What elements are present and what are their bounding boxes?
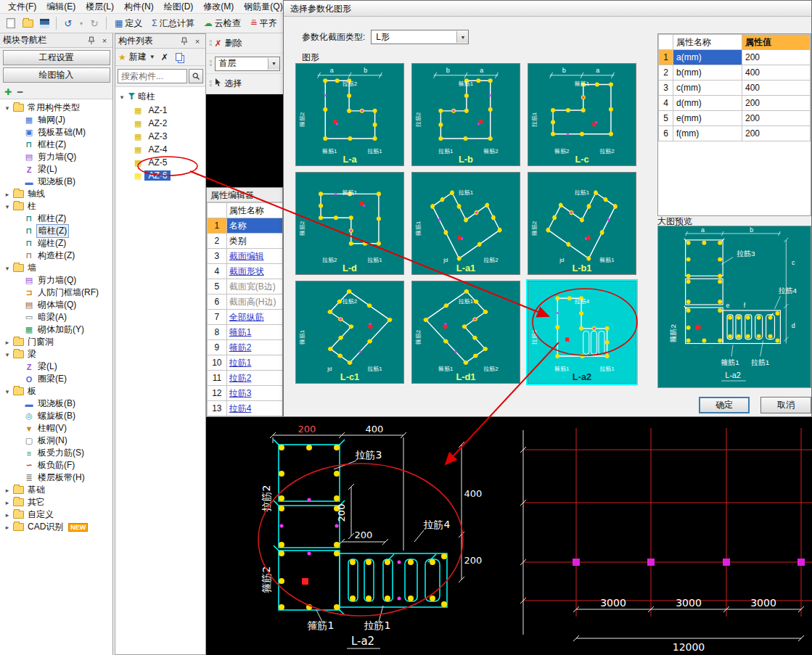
align-button[interactable]: ≞平齐 (247, 17, 281, 30)
nav-item[interactable]: Z梁(L) (0, 163, 112, 176)
pin-icon[interactable] (179, 36, 189, 46)
grip-handle[interactable]: ⁞⁞ (209, 39, 212, 47)
tree-arrow-icon[interactable]: ▾ (4, 388, 11, 395)
component-item-AZ-1[interactable]: ▦AZ-1 (115, 104, 205, 117)
prop-value-cell[interactable]: 400 (742, 65, 811, 81)
prop-value-cell[interactable]: 200 (742, 126, 811, 141)
property-row-拉筋1[interactable]: 10拉筋1 (208, 355, 284, 371)
property-row-箍筋2[interactable]: 9箍筋2 (208, 340, 284, 355)
collapse-all-icon[interactable]: ━ (17, 88, 22, 96)
nav-item[interactable]: ⊓端柱(Z) (0, 237, 112, 250)
new-file-icon[interactable] (4, 16, 18, 30)
define-button[interactable]: ▦定义 (111, 17, 146, 30)
nav-item[interactable]: ⊓暗柱(Z) (0, 225, 112, 237)
floor-combobox[interactable]: 首层 ▼ (215, 57, 280, 71)
save-icon[interactable] (37, 16, 52, 30)
open-file-icon[interactable] (20, 16, 35, 30)
prop-value-cell[interactable]: 200 (742, 50, 811, 65)
component-group-anzhu[interactable]: ▾ 暗柱 (115, 90, 205, 104)
nav-item[interactable]: ◎螺旋板(B) (0, 410, 112, 422)
component-item-AZ-6[interactable]: ▦AZ-6 (115, 169, 205, 182)
menu-item-文件(F)[interactable]: 文件(F) (3, 0, 41, 15)
nav-item[interactable]: ▬现浇板(B) (0, 397, 112, 410)
thumbnail-L-b[interactable]: ba拉筋2箍筋1拉筋1箍筋2L-b (411, 63, 520, 166)
tree-arrow-icon[interactable]: ▾ (4, 265, 11, 272)
prop-value-cell[interactable]: 200 (742, 96, 811, 111)
prop-value-cell[interactable]: 200 (742, 111, 811, 126)
property-row-箍筋1[interactable]: 8箍筋1 (208, 325, 284, 340)
delete-component-icon[interactable]: ✗ (161, 52, 168, 62)
nav-item[interactable]: ▦轴网(J) (0, 114, 112, 126)
property-row-截面宽(B边)[interactable]: 5截面宽(B边) (208, 279, 284, 294)
property-name[interactable]: 截面形状 (226, 264, 283, 279)
section-type-combobox[interactable]: L形 ▼ (371, 30, 469, 44)
nav-item[interactable]: ⊐人防门框墙(RF) (0, 287, 112, 299)
tree-arrow-icon[interactable]: ▸ (4, 191, 11, 198)
property-row-全部纵筋[interactable]: 7全部纵筋 (208, 310, 284, 325)
property-row-截面高(H边)[interactable]: 6截面高(H边) (208, 294, 284, 310)
property-name[interactable]: 拉筋4 (226, 401, 283, 416)
nav-group[interactable]: ▸基础 (0, 484, 112, 496)
tree-arrow-icon[interactable]: ▸ (4, 511, 11, 519)
nav-group[interactable]: ▸门窗洞 (0, 336, 112, 348)
nav-item[interactable]: ⊓框柱(Z) (0, 139, 112, 151)
undo-dropdown-icon[interactable]: ▾ (78, 16, 85, 30)
tree-arrow-icon[interactable]: ▸ (4, 524, 11, 531)
thumbnail-L-a2[interactable]: 拉筋3拉筋4箍筋1拉筋1L-a2 (528, 281, 636, 384)
nav-item[interactable]: ⊓框柱(Z) (0, 213, 112, 225)
tree-arrow-icon[interactable]: ▾ (4, 104, 11, 112)
component-item-AZ-4[interactable]: ▦AZ-4 (115, 143, 205, 156)
grip-handle[interactable]: ⁞⁞ (209, 80, 212, 88)
nav-item[interactable]: ▭暗梁(A) (0, 311, 112, 324)
property-name[interactable]: 拉筋1 (226, 355, 283, 371)
nav-item[interactable]: ▤砌体墙(Q) (0, 299, 112, 311)
property-name[interactable]: 箍筋2 (226, 340, 283, 355)
nav-item[interactable]: ▤剪力墙(Q) (0, 274, 112, 287)
nav-item[interactable]: ▢板洞(N) (0, 434, 112, 447)
collapse-arrow-icon[interactable]: ▾ (118, 94, 126, 101)
thumbnail-L-d1[interactable]: 箍筋2拉筋1箍筋1拉筋2L-d1 (411, 281, 520, 384)
nav-item[interactable]: ▬现浇板(B) (0, 176, 112, 188)
nav-group[interactable]: ▾常用构件类型 (0, 102, 112, 114)
component-item-AZ-2[interactable]: ▦AZ-2 (115, 117, 205, 130)
property-row-类别[interactable]: 2类别 (208, 234, 284, 249)
tree-arrow-icon[interactable]: ▸ (4, 499, 11, 506)
new-dropdown-icon[interactable]: ▼ (149, 54, 155, 60)
pin-icon[interactable] (86, 36, 97, 46)
copy-component-icon[interactable] (176, 53, 182, 61)
ok-button[interactable]: 确定 (699, 397, 750, 413)
expand-all-icon[interactable]: ✚ (4, 88, 12, 96)
tree-arrow-icon[interactable]: ▸ (4, 339, 11, 346)
property-row-拉筋4[interactable]: 13拉筋4 (208, 401, 284, 416)
cloud-check-button[interactable]: ☁云检查 (200, 17, 245, 30)
menu-item-钢筋量(Q)[interactable]: 钢筋量(Q) (239, 0, 287, 15)
cancel-button[interactable]: 取消 (760, 397, 811, 413)
tree-arrow-icon[interactable]: ▾ (4, 203, 11, 210)
property-name[interactable]: 箍筋1 (226, 325, 283, 340)
menu-item-楼层(L)[interactable]: 楼层(L) (81, 0, 119, 15)
prop-value-cell[interactable]: 400 (742, 81, 811, 96)
search-input[interactable] (118, 69, 187, 83)
nav-group[interactable]: ▸其它 (0, 496, 112, 508)
close-icon[interactable]: × (192, 36, 202, 46)
property-name[interactable]: 拉筋2 (226, 371, 283, 386)
nav-item[interactable]: ⊓构造柱(Z) (0, 250, 112, 262)
nav-group[interactable]: ▸CAD识别NEW (0, 521, 112, 533)
property-row-截面形状[interactable]: 4截面形状 (208, 264, 284, 279)
chevron-down-icon[interactable]: ▼ (456, 31, 468, 43)
thumbnail-L-a1[interactable]: 箍筋1拉筋1jd拉筋2L-a1 (411, 172, 520, 275)
thumbnail-L-d[interactable]: 箍筋2箍筋1拉筋2拉筋1L-d (295, 172, 404, 275)
nav-group[interactable]: ▾柱 (0, 200, 112, 213)
delete-button[interactable]: 删除 (225, 37, 242, 49)
select-button[interactable]: 选择 (225, 78, 242, 90)
nav-item[interactable]: ▦砌体加筋(Y) (0, 324, 112, 336)
summary-calc-button[interactable]: Σ汇总计算 (148, 17, 197, 30)
chevron-down-icon[interactable]: ▼ (268, 58, 279, 70)
nav-item[interactable]: ▼柱帽(V) (0, 422, 112, 434)
menu-item-绘图(D)[interactable]: 绘图(D) (159, 0, 199, 15)
draw-input-button[interactable]: 绘图输入 (3, 67, 110, 83)
property-name[interactable]: 全部纵筋 (226, 310, 283, 325)
property-name[interactable]: 拉筋3 (226, 386, 283, 401)
nav-item[interactable]: Z梁(L) (0, 361, 112, 373)
property-row-名称[interactable]: 1名称 (208, 218, 284, 234)
